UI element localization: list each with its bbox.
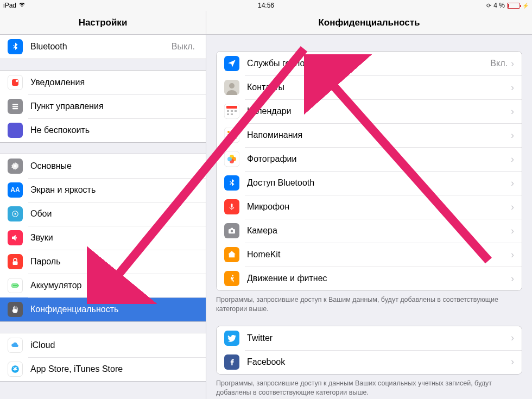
chevron-right-icon: › [511,106,514,117]
detail-item-bt-sharing[interactable]: Доступ Bluetooth › [217,171,522,195]
appstore-icon [8,362,23,377]
svg-rect-11 [13,285,17,287]
detail-item-label: Доступ Bluetooth [247,178,511,188]
sidebar-item-appstore[interactable]: App Store, iTunes Store [0,357,206,381]
chevron-right-icon: › [511,154,514,165]
detail-item-label: Камера [247,226,511,236]
svg-rect-27 [231,135,237,136]
sidebar-item-battery[interactable]: Аккумулятор [0,274,206,297]
chevron-right-icon: › [511,82,514,93]
twitter-icon [224,331,239,346]
sidebar-item-passcode[interactable]: Пароль [0,250,206,274]
chevron-right-icon: › [511,356,514,368]
group-footer: Программы, запросившие доступ к данным В… [206,375,532,399]
wifi-icon [18,2,26,9]
sidebar-item-label: Пароль [30,257,198,267]
sidebar-item-value: Выкл. [172,42,195,52]
detail-header: Конфиденциальность [206,11,532,35]
lock-icon [8,254,23,269]
sidebar-item-label: App Store, iTunes Store [30,364,198,374]
sidebar-item-do-not-disturb[interactable]: Не беспокоить [0,118,206,142]
bluetooth-share-icon [224,175,239,191]
hand-icon [8,302,23,317]
sidebar-item-label: Уведомления [30,78,198,87]
sidebar-item-notifications[interactable]: Уведомления [0,71,206,94]
detail-item-photos[interactable]: Фотографии › [217,147,522,171]
svg-rect-34 [231,204,233,208]
facebook-icon [224,354,239,370]
detail-item-location[interactable]: Службы геолокации Вкл. › [217,52,522,75]
svg-point-36 [231,230,233,233]
chevron-right-icon: › [511,58,514,69]
reminders-icon [224,128,239,143]
detail-item-label: Фотографии [247,154,511,164]
svg-point-25 [227,137,230,140]
detail-item-twitter[interactable]: Twitter › [217,326,522,350]
svg-rect-19 [235,110,237,112]
sidebar-item-label: Звуки [30,233,198,243]
icloud-icon [8,338,23,353]
svg-rect-16 [226,106,237,109]
detail-item-contacts[interactable]: Контакты › [217,75,522,99]
sidebar-item-label: iCloud [30,340,198,350]
detail-item-calendars[interactable]: Календари › [217,99,522,123]
battery-percent: 4 % [493,2,505,9]
sidebar-item-label: Аккумулятор [30,281,198,290]
status-time: 14:56 [179,2,354,9]
sidebar-item-general[interactable]: Основные [0,154,206,178]
sidebar-item-label: Обои [30,209,198,219]
sidebar-item-privacy[interactable]: Конфиденциальность [0,297,206,321]
chevron-right-icon: › [511,178,514,189]
moon-icon [8,123,23,138]
svg-rect-18 [231,110,233,112]
detail-item-camera[interactable]: Камера › [217,219,522,243]
svg-rect-2 [12,104,18,105]
detail-item-motion[interactable]: Движение и фитнес › [217,267,522,290]
sidebar-title: Настройки [79,17,128,28]
sidebar-item-bluetooth[interactable]: Bluetooth Выкл. [0,35,206,59]
chevron-right-icon: › [511,249,514,261]
detail-item-microphone[interactable]: Микрофон › [217,195,522,219]
svg-rect-26 [231,131,237,132]
bluetooth-icon [8,39,23,54]
photos-icon [224,151,239,167]
sidebar-item-label: Не беспокоить [30,125,198,135]
svg-point-23 [227,131,230,133]
sounds-icon [8,230,23,245]
svg-rect-20 [227,113,229,115]
detail-item-label: Напоминания [247,130,511,140]
charging-icon: ⚡ [522,3,529,9]
sidebar-item-display[interactable]: AA Экран и яркость [0,178,206,202]
detail-item-facebook[interactable]: Facebook › [217,350,522,374]
svg-point-14 [229,83,235,88]
sidebar-item-wallpaper[interactable]: Обои [0,202,206,226]
sidebar-item-sounds[interactable]: Звуки [0,226,206,250]
svg-rect-17 [227,110,229,112]
sidebar-item-control-center[interactable]: Пункт управления [0,94,206,118]
sidebar-item-label: Пункт управления [30,102,198,111]
detail-item-label: Движение и фитнес [247,274,511,283]
sidebar-item-label: Экран и яркость [30,185,198,195]
detail-item-label: Контакты [247,83,511,92]
detail-item-homekit[interactable]: HomeKit › [217,243,522,267]
svg-point-7 [15,213,16,215]
sidebar-item-label: Основные [30,161,198,171]
display-icon: AA [8,182,23,198]
group-footer: Программы, запросившие доступ к Вашим да… [206,291,532,316]
battery-app-icon [8,278,23,293]
notifications-icon [8,75,23,90]
sidebar-item-icloud[interactable]: iCloud [0,333,206,357]
svg-point-38 [232,275,233,276]
detail-item-reminders[interactable]: Напоминания › [217,123,522,147]
chevron-right-icon: › [511,225,514,237]
control-center-icon [8,99,23,114]
gear-icon [8,159,23,174]
settings-sidebar: Настройки Bluetooth Выкл. У [0,11,206,399]
svg-point-24 [227,134,230,136]
chevron-right-icon: › [511,273,514,284]
chevron-right-icon: › [511,201,514,213]
motion-icon [224,271,239,286]
camera-icon [224,223,239,238]
sidebar-header: Настройки [0,11,206,35]
svg-point-1 [16,80,18,83]
